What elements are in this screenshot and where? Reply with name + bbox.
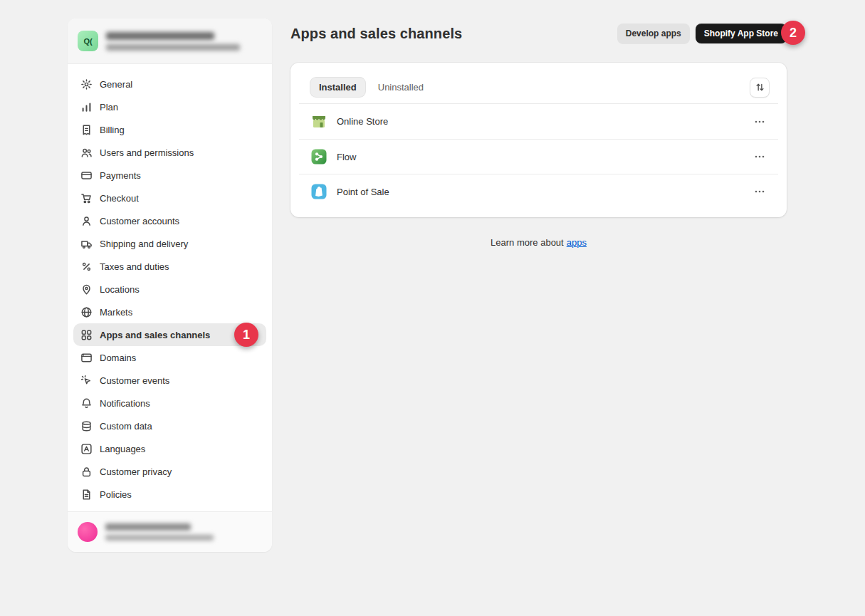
apps-card: InstalledUninstalled Online Store Flow P…	[290, 63, 787, 217]
store-name-redacted	[106, 32, 214, 40]
taxes-icon	[80, 261, 93, 273]
app-row-online-store[interactable]: Online Store	[299, 104, 778, 139]
sidebar-item-general[interactable]: General	[73, 73, 266, 95]
account-avatar	[78, 522, 98, 542]
sidebar-menu: General Plan Billing Users and permissio…	[68, 64, 272, 511]
sidebar-item-policies[interactable]: Policies	[73, 483, 266, 506]
sidebar-item-taxes-and-duties[interactable]: Taxes and duties	[73, 255, 266, 278]
notifications-icon	[80, 397, 93, 409]
customer-events-icon	[80, 375, 93, 387]
develop-apps-button[interactable]: Develop apps	[617, 24, 690, 43]
sidebar-item-locations[interactable]: Locations	[73, 278, 266, 301]
horizontal-dots-icon	[754, 116, 765, 127]
online-store-icon	[310, 113, 327, 130]
general-icon	[80, 78, 93, 90]
sidebar-item-checkout[interactable]: Checkout	[73, 187, 266, 209]
sidebar-item-plan[interactable]: Plan	[73, 95, 266, 118]
app-row-point-of-sale[interactable]: Point of Sale	[299, 174, 778, 209]
sidebar-item-apps-and-sales-channels[interactable]: Apps and sales channels 1	[73, 323, 266, 346]
sidebar-item-domains[interactable]: Domains	[73, 346, 266, 369]
shopify-settings-page: { "colors": { "annotation": "#e8364b", "…	[0, 0, 865, 616]
shipping-icon	[80, 238, 93, 250]
custom-data-icon	[80, 420, 93, 432]
payments-icon	[80, 169, 93, 182]
store-avatar: Q(	[78, 31, 98, 51]
sidebar-item-billing[interactable]: Billing	[73, 118, 266, 141]
sidebar-item-users-and-permissions[interactable]: Users and permissions	[73, 141, 266, 164]
sort-arrows-icon	[755, 82, 765, 93]
store-profile: Q(	[68, 19, 272, 64]
locations-icon	[80, 283, 93, 296]
account-profile	[68, 511, 272, 552]
users-icon	[80, 147, 93, 159]
customer-accounts-icon	[80, 215, 93, 227]
sidebar-item-shipping-and-delivery[interactable]: Shipping and delivery	[73, 232, 266, 255]
apps-icon	[80, 329, 93, 341]
sidebar-item-notifications[interactable]: Notifications	[73, 392, 266, 414]
settings-sidebar: Q( General Plan Billing Users and permis…	[68, 19, 272, 552]
row-menu-button[interactable]	[750, 182, 770, 202]
apps-tabs: InstalledUninstalled	[299, 71, 778, 104]
horizontal-dots-icon	[754, 186, 765, 197]
annotation-badge-1: 1	[234, 323, 258, 347]
account-name-redacted	[105, 523, 191, 531]
account-email-redacted	[105, 535, 214, 541]
sidebar-item-custom-data[interactable]: Custom data	[73, 414, 266, 437]
annotation-badge-2: 2	[781, 21, 805, 45]
languages-icon	[80, 443, 93, 455]
row-menu-button[interactable]	[750, 147, 770, 167]
billing-icon	[80, 124, 93, 136]
flow-icon	[310, 148, 327, 165]
sidebar-item-customer-accounts[interactable]: Customer accounts	[73, 209, 266, 232]
apps-link[interactable]: apps	[567, 237, 587, 248]
sidebar-item-customer-privacy[interactable]: Customer privacy	[73, 460, 266, 483]
customer-privacy-icon	[80, 466, 93, 478]
checkout-icon	[80, 192, 93, 204]
domains-icon	[80, 352, 93, 364]
tab-installed[interactable]: Installed	[310, 78, 365, 97]
learn-more-text: Learn more about apps	[290, 237, 787, 248]
policies-icon	[80, 489, 93, 501]
plan-icon	[80, 101, 93, 113]
sidebar-item-payments[interactable]: Payments	[73, 164, 266, 187]
row-menu-button[interactable]	[750, 112, 770, 132]
tab-uninstalled[interactable]: Uninstalled	[369, 78, 432, 97]
markets-icon	[80, 306, 93, 318]
store-email-redacted	[106, 44, 240, 51]
sidebar-item-customer-events[interactable]: Customer events	[73, 369, 266, 392]
point-of-sale-icon	[310, 183, 327, 200]
page-title: Apps and sales channels	[290, 26, 462, 42]
app-row-flow[interactable]: Flow	[299, 139, 778, 174]
apps-list: Online Store Flow Point of Sale	[299, 104, 778, 209]
sidebar-item-languages[interactable]: Languages	[73, 437, 266, 460]
sort-button[interactable]	[750, 78, 770, 98]
page-header: Apps and sales channels Develop apps Sho…	[290, 24, 787, 43]
shopify-app-store-button[interactable]: Shopify App Store	[696, 24, 787, 43]
sidebar-item-markets[interactable]: Markets	[73, 301, 266, 323]
horizontal-dots-icon	[754, 151, 765, 162]
